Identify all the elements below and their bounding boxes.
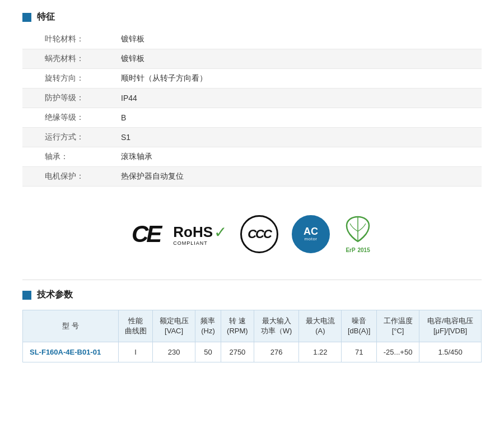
feature-row: 旋转方向：顺时针（从转子方向看） [22,69,482,89]
tech-col-header: 性能 曲线图 [119,310,153,342]
tech-header-row: 型 号性能 曲线图额定电压 [VAC]频率 (Hz)转 速 (RPM)最大输入 … [23,310,482,342]
features-table: 叶轮材料：镀锌板蜗壳材料：镀锌板旋转方向：顺时针（从转子方向看）防护等级：IP4… [22,30,482,187]
tech-cell-model: SL-F160A-4E-B01-01 [23,342,119,362]
feature-value: 顺时针（从转子方向看） [112,69,482,89]
tech-col-header: 噪音 [dB(A)] [342,310,377,342]
feature-value: 镀锌板 [112,30,482,49]
acmotor-certification: AC motor [292,215,330,253]
feature-row: 轴承：滚珠轴承 [22,147,482,167]
ce-label: CE [132,221,160,247]
tech-cell-voltage: 230 [153,342,195,362]
tech-cell-capacitor: 1.5/450 [419,342,482,362]
feature-row: 运行方式：S1 [22,128,482,147]
feature-value: 镀锌板 [112,49,482,69]
erp-leaf-icon [343,215,372,244]
section-divider [22,280,482,280]
tech-cell-temp: -25...+50 [377,342,419,362]
feature-row: 蜗壳材料：镀锌板 [22,49,482,69]
tech-title: 技术参数 [37,289,73,301]
tech-icon [22,291,31,300]
erp-certification: ErP 2015 [343,215,372,254]
tech-cell-max_current: 1.22 [299,342,342,362]
feature-value: B [112,108,482,128]
tech-data-row: SL-F160A-4E-B01-01I2305027502761.2271-25… [23,342,482,362]
tech-col-header: 转 速 (RPM) [221,310,254,342]
ce-certification: CE [132,222,160,246]
feature-label: 叶轮材料： [22,30,112,49]
tech-cell-max_power: 276 [254,342,298,362]
features-title: 特征 [37,11,55,23]
rohs-certification: RoHS ✓ COMPLIANT [173,223,227,246]
tech-col-header: 频率 (Hz) [195,310,221,342]
feature-label: 电机保护： [22,167,112,187]
erp-label: ErP [346,247,355,253]
feature-value: S1 [112,128,482,147]
tech-cell-noise: 71 [342,342,377,362]
tech-col-header: 最大输入 功率（W) [254,310,298,342]
feature-row: 电机保护：热保护器自动复位 [22,167,482,187]
tech-col-header: 电容/电容电压 [μF]/[VDB] [419,310,482,342]
page-wrapper: 特征 叶轮材料：镀锌板蜗壳材料：镀锌板旋转方向：顺时针（从转子方向看）防护等级：… [0,0,504,374]
acmotor-ac-label: AC [304,226,318,236]
feature-label: 旋转方向： [22,69,112,89]
feature-row: 叶轮材料：镀锌板 [22,30,482,49]
feature-value: 滚珠轴承 [112,147,482,167]
features-section-header: 特征 [22,11,482,23]
feature-row: 绝缘等级：B [22,108,482,128]
certifications-area: CE RoHS ✓ COMPLIANT CCC AC motor [22,198,482,274]
ccc-certification: CCC [240,215,278,253]
tech-cell-frequency: 50 [195,342,221,362]
erp-year: 2015 [358,247,370,253]
feature-label: 绝缘等级： [22,108,112,128]
tech-section-header: 技术参数 [22,289,482,301]
tech-col-header: 最大电流 (A) [299,310,342,342]
tech-cell-curve: I [119,342,153,362]
acmotor-motor-label: motor [305,236,318,242]
tech-col-header: 工作温度 [°C] [377,310,419,342]
tech-col-header: 额定电压 [VAC] [153,310,195,342]
feature-row: 防护等级：IP44 [22,89,482,108]
feature-value: IP44 [112,89,482,108]
ccc-label: CCC [248,227,271,241]
feature-value: 热保护器自动复位 [112,167,482,187]
rohs-checkmark: ✓ [214,223,227,241]
feature-label: 防护等级： [22,89,112,108]
tech-params-table: 型 号性能 曲线图额定电压 [VAC]频率 (Hz)转 速 (RPM)最大输入 … [22,310,482,362]
tech-col-header: 型 号 [23,310,119,342]
tech-cell-rpm: 2750 [221,342,254,362]
rohs-label: RoHS [173,225,213,239]
feature-label: 运行方式： [22,128,112,147]
feature-label: 轴承： [22,147,112,167]
feature-label: 蜗壳材料： [22,49,112,69]
features-icon [22,13,31,22]
rohs-sub-label: COMPLIANT [173,240,208,246]
